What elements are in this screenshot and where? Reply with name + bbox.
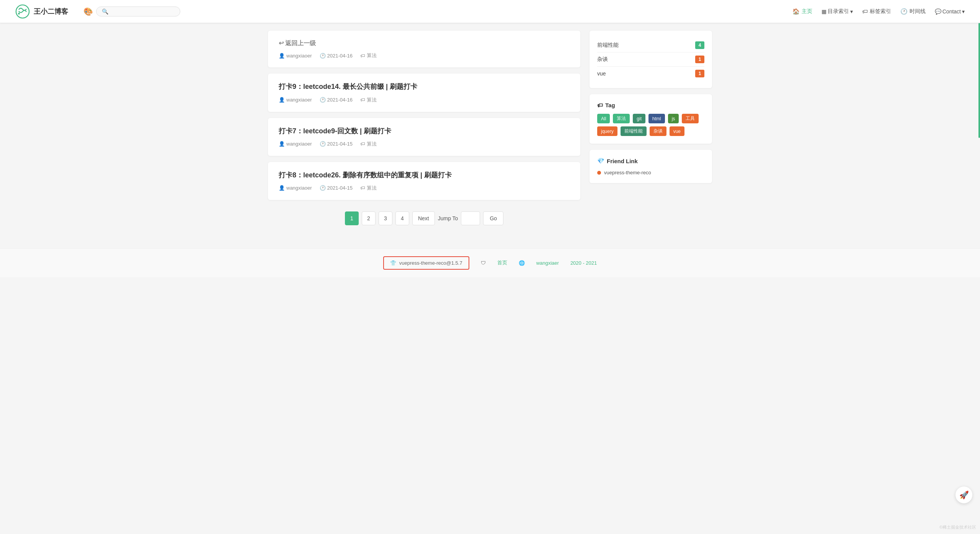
post-author: 👤 wangxiaoer xyxy=(279,97,312,103)
tag-jquery-button[interactable]: jquery xyxy=(597,126,617,136)
user-icon: 👤 xyxy=(279,141,285,147)
logo-link[interactable]: 王小二博客 xyxy=(15,4,68,19)
nav-directory[interactable]: ▦ 目录索引 ▾ xyxy=(822,8,853,15)
tags-container: All 算法 git html js 工具 jquery 前端性能 杂谈 vue xyxy=(597,114,704,136)
user-icon: 👤 xyxy=(279,53,285,59)
post-meta: 👤 wangxiaoer 🕐 2021-04-16 🏷 算法 xyxy=(279,52,570,59)
post-card[interactable]: 打卡8：leetcode26. 删除有序数组中的重复项 | 刷题打卡 👤 wan… xyxy=(268,162,580,200)
home-icon: 🏠 xyxy=(792,8,800,15)
post-tag: 🏷 算法 xyxy=(360,141,377,147)
post-title-link[interactable]: 打卡9：leetcode14. 最长公共前缀 | 刷题打卡 xyxy=(279,83,417,90)
jump-input[interactable] xyxy=(461,211,480,225)
jump-to-label: Jump To xyxy=(438,215,458,221)
user-icon: 👤 xyxy=(279,97,285,103)
post-title-link[interactable]: 打卡8：leetcode26. 删除有序数组中的重复项 | 刷题打卡 xyxy=(279,171,452,179)
directory-icon: ▦ xyxy=(822,8,826,15)
header: 王小二博客 🎨 🔍 🏠 主页 ▦ 目录索引 ▾ 🏷 标签索引 🕐 时间线 💬 C… xyxy=(0,0,980,23)
tag-js-button[interactable]: js xyxy=(668,114,679,123)
post-title: 打卡7：leetcode9-回文数 | 刷题打卡 xyxy=(279,126,570,136)
tag-suanfa-button[interactable]: 算法 xyxy=(613,114,630,123)
footer-author: wangxiaer xyxy=(536,260,559,266)
nav-directory-label: 目录索引 xyxy=(828,8,849,15)
next-button[interactable]: Next xyxy=(412,211,435,225)
nav-contact[interactable]: 💬 Contact ▾ xyxy=(935,8,965,15)
post-tag: 🏷 算法 xyxy=(360,185,377,192)
user-icon: 👤 xyxy=(279,185,285,191)
header-tools: 🎨 🔍 xyxy=(83,7,180,16)
search-box[interactable]: 🔍 xyxy=(96,7,180,16)
tag-meta-icon: 🏷 xyxy=(360,185,365,191)
directory-chevron-icon: ▾ xyxy=(850,8,853,15)
post-title-link[interactable]: 打卡7：leetcode9-回文数 | 刷题打卡 xyxy=(279,127,391,135)
tag-git-button[interactable]: git xyxy=(633,114,645,123)
nav-contact-label: Contact xyxy=(942,8,961,15)
tag-meta-icon: 🏷 xyxy=(360,97,365,103)
page-3-button[interactable]: 3 xyxy=(379,211,392,225)
tags-card: 🏷 Tag All 算法 git html js 工具 jquery 前端性能 … xyxy=(590,94,712,144)
category-count: 4 xyxy=(695,41,704,49)
friend-links-title: 💎 Friend Link xyxy=(597,157,704,164)
category-name: 杂谈 xyxy=(597,56,608,63)
page-2-button[interactable]: 2 xyxy=(362,211,376,225)
page-4-button[interactable]: 4 xyxy=(395,211,409,225)
search-input[interactable] xyxy=(111,8,175,14)
main-container: ↩ 返回上一级 👤 wangxiaoer 🕐 2021-04-16 🏷 算法 xyxy=(260,23,720,241)
post-tag: 🏷 算法 xyxy=(360,97,377,103)
friend-link-icon: 💎 xyxy=(597,157,604,164)
post-meta: 👤 wangxiaoer 🕐 2021-04-15 🏷 算法 xyxy=(279,141,570,147)
footer-years: 2020 - 2021 xyxy=(570,260,597,266)
nav-home-label: 主页 xyxy=(802,8,812,15)
tag-tool-button[interactable]: 工具 xyxy=(682,114,699,123)
nav-timeline[interactable]: 🕐 时间线 xyxy=(900,8,926,15)
clock-meta-icon: 🕐 xyxy=(320,141,326,147)
category-count: 1 xyxy=(695,70,704,77)
footer-theme-box: 👕 vuepress-theme-reco@1.5.7 xyxy=(383,256,469,270)
category-frontend-perf[interactable]: 前端性能 4 xyxy=(597,38,704,52)
nav-home[interactable]: 🏠 主页 xyxy=(792,8,812,15)
post-title: 打卡9：leetcode14. 最长公共前缀 | 刷题打卡 xyxy=(279,82,570,92)
friend-links-card: 💎 Friend Link vuepress-theme-reco xyxy=(590,150,712,183)
friend-link-item[interactable]: vuepress-theme-reco xyxy=(597,170,704,175)
footer-globe-icon: 🌐 xyxy=(519,260,525,266)
contact-chevron-icon: ▾ xyxy=(962,8,965,15)
clock-meta-icon: 🕐 xyxy=(320,185,326,191)
clock-meta-icon: 🕐 xyxy=(320,97,326,103)
tags-section-title: 🏷 Tag xyxy=(597,102,704,108)
post-title-link[interactable]: ↩ 返回上一级 xyxy=(279,40,316,46)
post-card[interactable]: ↩ 返回上一级 👤 wangxiaoer 🕐 2021-04-16 🏷 算法 xyxy=(268,31,580,67)
post-card[interactable]: 打卡7：leetcode9-回文数 | 刷题打卡 👤 wangxiaoer 🕐 … xyxy=(268,118,580,156)
post-card[interactable]: 打卡9：leetcode14. 最长公共前缀 | 刷题打卡 👤 wangxiao… xyxy=(268,74,580,111)
category-name: 前端性能 xyxy=(597,42,619,49)
post-tag: 🏷 算法 xyxy=(360,52,377,59)
post-meta: 👤 wangxiaoer 🕐 2021-04-16 🏷 算法 xyxy=(279,97,570,103)
palette-icon[interactable]: 🎨 xyxy=(83,7,93,16)
logo-title: 王小二博客 xyxy=(34,7,68,16)
tag-html-button[interactable]: html xyxy=(648,114,665,123)
friend-dot-icon xyxy=(597,171,601,175)
category-vue[interactable]: vue 1 xyxy=(597,67,704,80)
tag-chatting-button[interactable]: 杂谈 xyxy=(650,126,666,136)
category-chatting[interactable]: 杂谈 1 xyxy=(597,52,704,67)
tag-meta-icon: 🏷 xyxy=(360,141,365,147)
footer-shield-icon: 🛡 xyxy=(481,260,486,266)
footer: 👕 vuepress-theme-reco@1.5.7 🛡 首页 🌐 wangx… xyxy=(0,248,980,277)
clock-icon: 🕐 xyxy=(900,8,908,15)
tag-all-button[interactable]: All xyxy=(597,114,610,123)
footer-theme-label: vuepress-theme-reco@1.5.7 xyxy=(399,260,462,266)
tag-meta-icon: 🏷 xyxy=(360,53,365,59)
tag-vue-button[interactable]: vue xyxy=(670,126,684,136)
page-1-button[interactable]: 1 xyxy=(345,211,359,225)
svg-point-1 xyxy=(18,13,20,15)
theme-shirt-icon: 👕 xyxy=(390,260,396,266)
nav-tags[interactable]: 🏷 标签索引 xyxy=(862,8,891,15)
scroll-indicator xyxy=(978,23,980,138)
search-icon: 🔍 xyxy=(102,8,108,15)
clock-meta-icon: 🕐 xyxy=(320,53,326,59)
tag-frontend-button[interactable]: 前端性能 xyxy=(621,126,647,136)
nav-timeline-label: 时间线 xyxy=(910,8,926,15)
go-button[interactable]: Go xyxy=(483,211,503,225)
footer-home-link[interactable]: 首页 xyxy=(497,259,507,266)
tag-nav-icon: 🏷 xyxy=(862,8,868,15)
post-date: 🕐 2021-04-16 xyxy=(320,53,353,59)
post-date: 🕐 2021-04-16 xyxy=(320,97,353,103)
